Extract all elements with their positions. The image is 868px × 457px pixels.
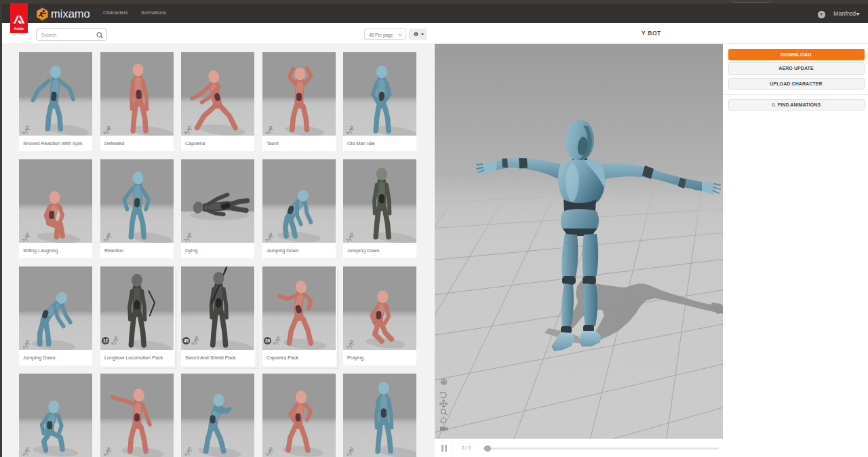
svg-text:49: 49 (184, 338, 189, 343)
svg-text:39: 39 (265, 338, 271, 343)
svg-text:Adobe: Adobe (14, 27, 24, 31)
svg-text:12: 12 (103, 338, 108, 343)
